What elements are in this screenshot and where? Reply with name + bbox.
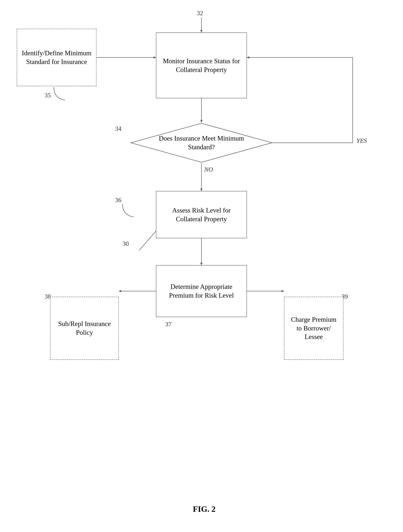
monitor-box: Monitor Insurance Status for Collateral …	[156, 32, 247, 98]
svg-marker-3	[200, 120, 202, 122]
node32-label: 32	[197, 10, 203, 17]
no-label: NO	[204, 166, 213, 173]
svg-marker-11	[119, 290, 121, 292]
determine-box: Determine Appropriate Premium for Risk L…	[156, 265, 247, 317]
yes-label: YES	[356, 137, 367, 144]
svg-marker-13	[282, 290, 284, 292]
svg-marker-1	[200, 30, 202, 32]
svg-marker-7	[200, 189, 202, 191]
node36-label: 36	[115, 196, 121, 204]
assess-box: Assess Risk Level for Collateral Propert…	[156, 191, 247, 238]
svg-marker-5	[154, 56, 156, 59]
sub-box: Sub/Repl Insurance Policy	[50, 297, 119, 360]
node37-label: 37	[165, 321, 171, 328]
svg-marker-9	[200, 263, 202, 265]
svg-marker-17	[247, 56, 249, 59]
node34-label: 34	[115, 125, 121, 132]
diagram-container: 32 Monitor Insurance Status for Collater…	[0, 0, 403, 532]
node38-label: 38	[45, 293, 51, 300]
node35-label: 35	[45, 92, 51, 99]
node30-label: 30	[123, 240, 129, 247]
charge-box: Charge Premium to Borrower/ Lessee	[284, 297, 343, 360]
fig-caption: FIG. 2	[167, 504, 241, 514]
diamond-container: Does Insurance Meet Minimum Standard?	[130, 122, 273, 163]
identify-box: Identify/Define Minimum Standard for Ins…	[17, 29, 97, 86]
